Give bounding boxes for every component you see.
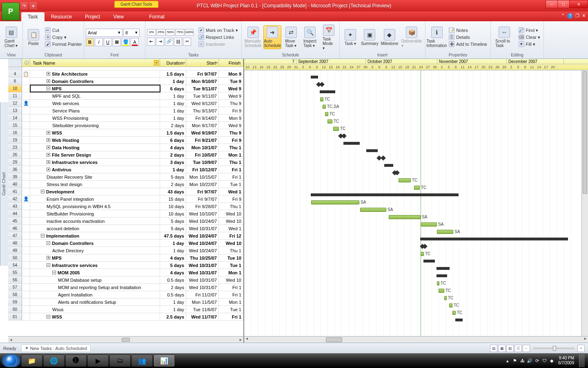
paste-button[interactable]: 📋Paste <box>24 28 42 47</box>
header-finish[interactable]: Finish <box>219 59 243 67</box>
row-start[interactable]: Mon 10/15/07 <box>186 173 219 180</box>
expander-icon[interactable]: + <box>47 79 50 83</box>
header-indicators[interactable]: ⓘ <box>22 59 30 67</box>
row-duration[interactable]: 43 days <box>160 188 186 195</box>
row-id[interactable]: 49 <box>8 247 22 254</box>
qat-redo-icon[interactable]: ↷ <box>20 2 28 9</box>
table-row[interactable]: 40Stress test design2 daysMon 10/22/07Tu… <box>8 181 243 188</box>
table-row[interactable]: 10−MPS6 daysTue 9/11/07Wed 9 <box>8 85 243 92</box>
row-finish[interactable]: Mon 9 <box>219 114 243 121</box>
tray-shield-icon[interactable]: 🛡 <box>541 357 548 364</box>
border-button[interactable]: ▦ <box>113 38 121 46</box>
gantt-chart-button[interactable]: ▤Gantt Chart ▾ <box>2 25 21 49</box>
view-resource-button[interactable]: ☷ <box>514 345 522 352</box>
row-start[interactable]: Wed 10/24/07 <box>186 218 219 224</box>
tray-volume-icon[interactable]: 🔊 <box>526 357 533 364</box>
tray-app-icon[interactable]: ◆ <box>548 357 555 364</box>
row-finish[interactable]: Tue 1 <box>219 181 243 188</box>
row-duration[interactable]: 3 days <box>160 159 186 166</box>
task-mode-button[interactable]: 📅Task Mode ▾ <box>320 23 338 52</box>
row-taskname[interactable]: WSS Provisioning <box>30 114 160 121</box>
insert-deliverable-button[interactable]: 📦Deliverable ▾ <box>400 25 423 49</box>
row-finish[interactable]: Fri 1 <box>219 173 243 180</box>
row-start[interactable]: Fri 9/14/07 <box>186 114 219 121</box>
expander-icon[interactable]: − <box>47 87 50 90</box>
row-taskname[interactable]: Ensim Panel integration <box>30 195 160 202</box>
minimize-ribbon-icon[interactable]: ⌃ <box>561 13 565 19</box>
row-taskname[interactable]: MOM and reporting Setup and Installation <box>30 284 160 291</box>
notes-button[interactable]: 📝Notes <box>447 27 489 34</box>
table-row[interactable]: 42👤Ensim Panel integration15 daysFri 9/7… <box>8 195 243 203</box>
row-id[interactable]: 11 <box>8 92 22 99</box>
row-finish[interactable]: Fri 9 <box>219 107 243 114</box>
gantt-summary-bar[interactable] <box>344 142 359 145</box>
view-team-button[interactable]: ▥ <box>506 345 514 352</box>
row-id[interactable]: 12 <box>8 100 22 107</box>
row-start[interactable]: Wed 10/24/07 <box>186 240 219 247</box>
row-finish[interactable]: Tue 1 <box>219 306 243 313</box>
expander-icon[interactable]: − <box>41 190 45 193</box>
help-icon[interactable]: ? <box>567 13 573 19</box>
outdent-button[interactable]: ⇤ <box>147 38 155 46</box>
row-start[interactable]: Tue 11/6/07 <box>186 306 219 313</box>
table-row[interactable]: 23+Data Hosting4 daysMon 10/1/07Thu 1 <box>8 144 243 151</box>
row-finish[interactable]: Wed 1 <box>219 225 243 232</box>
table-row[interactable]: 8+Domain Controllers1 dayMon 9/10/07Tue … <box>8 78 243 85</box>
pct-25-button[interactable]: 25% <box>156 29 165 36</box>
tray-sync-icon[interactable]: ⟳ <box>534 357 540 364</box>
row-taskname[interactable]: Web services <box>30 100 160 107</box>
gantt-summary-bar[interactable] <box>385 164 393 167</box>
gantt-task-bar[interactable]: TC <box>449 303 452 307</box>
mdi-restore-icon[interactable]: ❐ <box>575 13 579 19</box>
gantt-milestone-pair[interactable] <box>339 134 344 138</box>
gantt-task-bar[interactable]: TC <box>320 97 323 101</box>
row-finish[interactable]: Thu 9 <box>219 129 243 136</box>
table-row[interactable]: 16+WSS1.5 daysWed 9/19/07Thu 9 <box>8 129 243 137</box>
zoom-out-button[interactable]: − <box>523 345 530 352</box>
table-row[interactable]: 15Sitebuilder provisioning2 daysMon 9/17… <box>8 122 243 129</box>
table-row[interactable]: 14WSS Provisioning1 dayFri 9/14/07Mon 9 <box>8 114 243 122</box>
row-duration[interactable]: 47.5 days <box>160 232 186 239</box>
row-duration[interactable]: 1 day <box>160 306 186 313</box>
row-taskname[interactable]: Service Plans <box>30 107 160 114</box>
gantt-task-bar[interactable]: SA <box>360 208 386 212</box>
row-id[interactable]: 14 <box>8 114 22 121</box>
expander-icon[interactable]: + <box>47 146 50 149</box>
row-start[interactable]: Fri 10/5/07 <box>186 151 219 158</box>
row-start[interactable]: Fri 9/7/07 <box>186 195 219 202</box>
row-finish[interactable]: Fri 1 <box>219 284 243 291</box>
taskbar-explorer[interactable]: 📁 <box>21 355 42 367</box>
qat-customize-icon[interactable]: ▾ <box>29 2 37 9</box>
row-id[interactable]: 23 <box>8 144 22 151</box>
row-taskname[interactable]: −MPS <box>30 85 160 92</box>
row-duration[interactable]: 1 day <box>160 92 186 99</box>
row-finish[interactable]: Fri 1 <box>219 166 243 173</box>
manually-schedule-button[interactable]: 📌Manually Schedule <box>243 25 263 49</box>
row-taskname[interactable]: −Infrastructre services <box>30 262 160 269</box>
row-finish[interactable]: Mon 1 <box>219 151 243 158</box>
table-row[interactable]: 11MPF and SQL1 dayTue 9/11/07Wed 9 <box>8 92 243 100</box>
table-row[interactable]: 19+Web Hosting6 daysFri 9/21/07Fri 9 <box>8 137 243 144</box>
expander-icon[interactable]: + <box>47 256 50 260</box>
inspect-task-button[interactable]: 🔍Inspect Task ▾ <box>301 25 319 49</box>
close-button[interactable]: ✕ <box>569 0 588 8</box>
row-finish[interactable]: Thu 1 <box>219 159 243 166</box>
expander-icon[interactable]: − <box>47 315 50 319</box>
row-finish[interactable]: Tue 10 <box>219 254 243 261</box>
row-taskname[interactable]: −WSS <box>30 313 160 320</box>
row-taskname[interactable]: Active Directory <box>30 247 160 254</box>
header-id[interactable] <box>8 59 22 67</box>
cut-button[interactable]: ✂Cut <box>43 27 84 34</box>
header-start[interactable]: Start▾ <box>186 59 219 67</box>
taskbar-messenger[interactable]: 👥 <box>131 355 153 367</box>
gantt-task-bar[interactable]: TC <box>327 119 332 123</box>
table-row[interactable]: 44SiteBuilder Provisioning10 daysWed 10/… <box>8 210 243 218</box>
expander-icon[interactable]: + <box>47 72 50 76</box>
bold-button[interactable]: B <box>86 38 94 46</box>
insert-summary-button[interactable]: ▣Summary <box>360 28 379 47</box>
insert-milestone-button[interactable]: ◆Milestone <box>380 28 399 47</box>
row-start[interactable]: Wed 9/12/07 <box>186 100 219 107</box>
table-row[interactable]: 36+Antivirus1 dayFri 10/12/07Fri 1 <box>8 166 243 173</box>
gantt-summary-bar[interactable] <box>421 238 568 240</box>
task-information-button[interactable]: ℹTask Information <box>427 25 446 49</box>
